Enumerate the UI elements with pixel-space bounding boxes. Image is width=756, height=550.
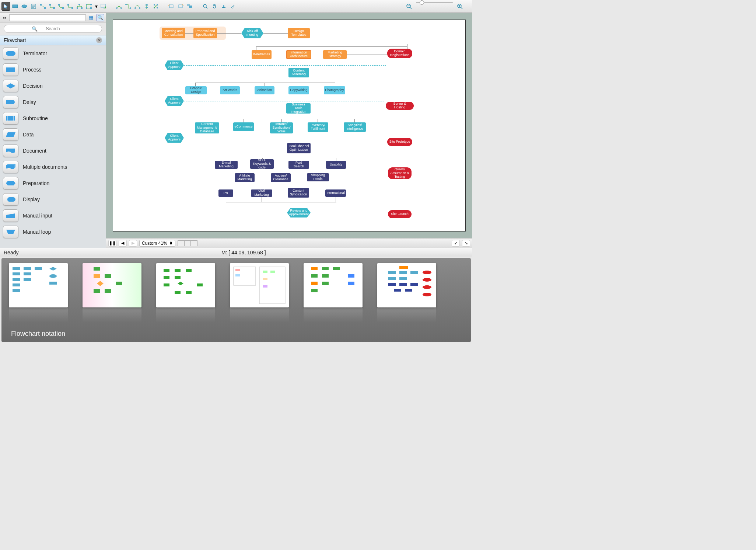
shape-item-decision[interactable]: Decision — [0, 78, 106, 94]
page-tabs[interactable] — [178, 240, 197, 246]
canvas[interactable]: Meeting and ConsultationProposal and Spe… — [113, 20, 466, 232]
connector-angle-tool[interactable] — [48, 2, 56, 11]
eyedrop-tool[interactable] — [228, 2, 237, 11]
search-toggle-icon[interactable]: 🔍 — [96, 14, 104, 21]
flow-node[interactable]: Graphic Design — [185, 86, 207, 94]
flow-node[interactable]: Viral Marketing — [251, 189, 272, 197]
line-angle1-tool[interactable] — [124, 2, 133, 11]
flow-node[interactable]: Paid Search — [288, 161, 309, 169]
flow-node[interactable]: Information Architecture — [286, 50, 311, 59]
flow-node[interactable]: Client Approve — [165, 96, 184, 106]
flow-node[interactable]: Inventory/ Fulfilment — [308, 122, 328, 132]
flow-node[interactable]: Goal Channel Optimization — [287, 143, 311, 153]
shape-item-delay[interactable]: Delay — [0, 94, 106, 110]
flow-node[interactable]: Copywriting — [288, 86, 309, 94]
insert-shape-tool[interactable] — [99, 2, 108, 11]
flow-node[interactable]: Content Syndication — [288, 188, 309, 198]
gallery-thumb[interactable] — [9, 263, 68, 323]
fit2-btn[interactable]: ⤡ — [462, 240, 470, 247]
flow-node[interactable]: SEO-Keywords & code — [250, 159, 274, 169]
align-v-tool[interactable] — [142, 2, 151, 11]
flow-node[interactable]: Content Assembly — [288, 68, 309, 77]
pointer-tool[interactable] — [1, 2, 10, 11]
flow-node[interactable]: Auction/ Clearance — [271, 173, 291, 182]
flow-node[interactable]: eCommerce — [233, 122, 254, 131]
shape-item-document[interactable]: Document — [0, 143, 106, 159]
line-curve1-tool[interactable] — [115, 2, 123, 11]
next-page-btn[interactable]: ▶ — [129, 240, 137, 247]
close-section-icon[interactable]: ✕ — [96, 37, 102, 43]
gallery-thumb[interactable] — [230, 263, 289, 323]
zoom-tool[interactable] — [201, 2, 210, 11]
flow-node[interactable]: Intranet/ Syndication/ Wikis — [270, 122, 293, 133]
flow-node[interactable]: International — [325, 189, 346, 197]
flow-node[interactable]: Proposal and Specification — [193, 28, 217, 38]
flow-node[interactable]: Affiliate Marketing — [235, 173, 255, 182]
connector-multi-tool[interactable] — [84, 2, 93, 11]
prev-page-btn[interactable]: ◀ — [119, 240, 127, 247]
gallery-thumb[interactable] — [83, 263, 141, 323]
rect-tool[interactable] — [11, 2, 20, 11]
zoom-slider[interactable] — [416, 2, 453, 3]
rotate-left-tool[interactable] — [167, 2, 176, 11]
flow-node[interactable]: Wireframes — [252, 50, 272, 59]
gallery-thumb[interactable] — [156, 263, 215, 323]
flow-node[interactable]: Site Prototype — [387, 138, 412, 146]
flow-node[interactable]: Usability — [326, 161, 346, 169]
panel-filter-input[interactable] — [9, 14, 86, 21]
flow-node[interactable]: Design Templates — [288, 28, 310, 38]
flow-node[interactable]: Meeting and Consultation — [162, 28, 185, 38]
connector-round-tool[interactable] — [66, 2, 75, 11]
flow-node[interactable]: Art Works — [220, 86, 240, 94]
connector-curve-tool[interactable] — [57, 2, 66, 11]
shape-item-data[interactable]: Data — [0, 126, 106, 143]
flow-node[interactable]: Business Tools Integration — [286, 103, 311, 114]
grid-view-icon[interactable]: ▦ — [87, 14, 95, 21]
zoom-out-btn[interactable] — [405, 2, 413, 11]
flow-node[interactable]: Quality Assurance & Testing — [388, 167, 412, 179]
flow-node[interactable]: Client Approve — [165, 60, 184, 70]
group-tool[interactable] — [185, 2, 194, 11]
flow-node[interactable]: Content Management/ Database — [195, 122, 219, 133]
gallery-thumb[interactable] — [377, 263, 436, 323]
flow-node[interactable]: E-mail Marketing — [215, 161, 238, 169]
shape-item-terminator[interactable]: Terminator — [0, 45, 106, 62]
zoom-level[interactable]: Custom 41% ▲▼ — [139, 240, 175, 247]
flow-node[interactable]: Photography — [324, 86, 345, 94]
search-input[interactable] — [4, 25, 102, 33]
flow-node[interactable]: PR — [218, 189, 233, 197]
rotate-right-tool[interactable] — [176, 2, 185, 11]
flow-node[interactable]: Shopping Feeds — [307, 173, 329, 181]
connector-tree-tool[interactable] — [75, 2, 84, 11]
stamp-tool[interactable] — [219, 2, 228, 11]
shape-item-process[interactable]: Process — [0, 62, 106, 78]
fit-btn[interactable]: ⤢ — [452, 240, 460, 247]
connector-dropdown[interactable]: ▾ — [94, 2, 99, 11]
connector-straight-tool[interactable] — [38, 2, 47, 11]
flow-node[interactable]: Server & Hosting — [386, 102, 414, 110]
zoom-stepper-icon[interactable]: ▲▼ — [169, 241, 173, 245]
flow-node[interactable]: Kick-off meeting — [241, 28, 263, 38]
shape-item-display[interactable]: Display — [0, 191, 106, 208]
shape-item-multidoc[interactable]: Multiple documents — [0, 159, 106, 175]
flow-node[interactable]: Domain Registrations — [387, 49, 412, 58]
zoom-in-btn[interactable] — [455, 2, 464, 11]
flow-node[interactable]: Site Launch — [388, 210, 412, 218]
section-header[interactable]: Flowchart ✕ — [0, 35, 106, 45]
shape-item-subroutine[interactable]: Subroutine — [0, 110, 106, 126]
shape-item-mloop[interactable]: Manual loop — [0, 224, 106, 240]
ellipse-tool[interactable] — [20, 2, 29, 11]
shape-item-preparation[interactable]: Preparation — [0, 175, 106, 191]
pause-btn[interactable]: ❚❚ — [108, 240, 116, 247]
flow-node[interactable]: Marketing Strategy — [323, 50, 347, 59]
line-bezier-tool[interactable] — [133, 2, 142, 11]
pan-tool[interactable] — [210, 2, 219, 11]
tree-icon[interactable]: ☷ — [1, 14, 8, 21]
align-spread-tool[interactable] — [151, 2, 160, 11]
flow-node[interactable]: Client Approve — [165, 133, 184, 143]
text-tool[interactable] — [29, 2, 38, 11]
flow-node[interactable]: Analytics/ Intelligence — [344, 122, 366, 132]
shape-item-minput[interactable]: Manual input — [0, 208, 106, 224]
gallery-thumb[interactable] — [304, 263, 363, 323]
flow-node[interactable]: Animation — [255, 86, 274, 94]
